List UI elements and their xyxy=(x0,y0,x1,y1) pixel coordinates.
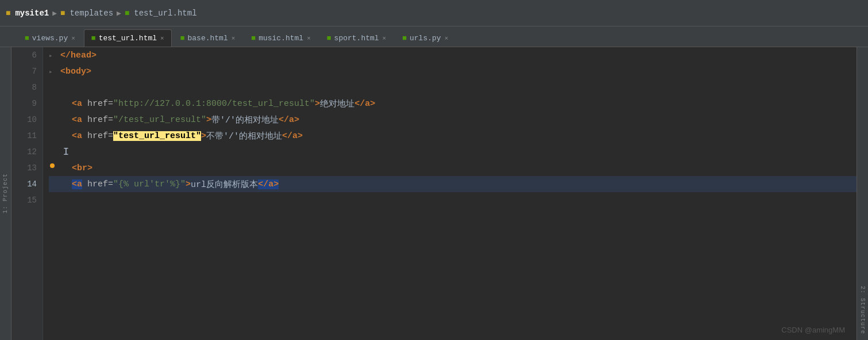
code-line-13: <br> xyxy=(49,160,857,176)
line-num-10: 10 xyxy=(11,112,43,128)
line-num-14: 14 xyxy=(11,176,43,192)
warning-indicator-13 xyxy=(50,163,55,168)
code-9-attr-name: href= xyxy=(87,99,113,109)
editor-area[interactable]: 6 7 8 9 10 11 12 13 14 15 ▸ </head> ▸ xyxy=(11,47,857,340)
urls-py-icon: ■ xyxy=(402,34,407,43)
line-num-9: 9 xyxy=(11,95,43,112)
file-name: test_url.html xyxy=(134,9,196,18)
watermark-text: CSDN @amingMM xyxy=(781,326,845,334)
code-10-space xyxy=(82,115,87,125)
folder-name: templates xyxy=(70,9,113,18)
code-content[interactable]: ▸ </head> ▸ <body> <a href= xyxy=(43,47,857,340)
line-num-7: 7 xyxy=(11,63,43,79)
code-13-br: <br> xyxy=(72,163,92,173)
code-10-attr-name: href= xyxy=(87,115,113,125)
tab-views-py-close[interactable]: × xyxy=(71,35,75,42)
code-11-text: 不带'/'的相对地址 xyxy=(206,131,282,142)
text-cursor-12: I xyxy=(63,146,70,158)
code-14-text: url反向解析版本 xyxy=(191,179,258,190)
cursor-indicator-12: I xyxy=(60,146,72,158)
code-11-attr-value-hl: "test_url_result" xyxy=(113,131,201,141)
tab-base-html-label: base.html xyxy=(188,34,228,43)
code-9-text: 绝对地址 xyxy=(320,98,354,109)
code-line-7: ▸ <body> xyxy=(49,63,857,79)
code-14-attr-value-2: 'tr' xyxy=(149,179,170,189)
tab-music-html-label: music.html xyxy=(259,34,303,43)
code-line-9: <a href= "http://127.0.0.1:8000/test_url… xyxy=(49,95,857,112)
code-line-14: <a href= "{% url 'tr' %}" > url反向解析版本 </… xyxy=(49,176,857,192)
code-10-attr-value: "/test_url_result" xyxy=(113,115,206,125)
code-line-6: ▸ </head> xyxy=(49,47,857,63)
fold-indicator-7: ▸ xyxy=(49,67,60,77)
code-11-close-a: </a> xyxy=(282,131,303,141)
test-url-html-icon: ■ xyxy=(91,34,96,43)
tab-urls-py-label: urls.py xyxy=(410,34,441,43)
code-line-8 xyxy=(49,79,857,95)
tab-sport-html-close[interactable]: × xyxy=(383,35,387,42)
code-closing-head: </head> xyxy=(60,51,97,60)
code-14-close-a-tag: </a> xyxy=(258,179,279,189)
code-9-open-a: <a xyxy=(72,99,82,109)
line-num-12: 12 xyxy=(11,144,43,160)
code-line-12: I xyxy=(49,144,857,160)
code-11-open-a: <a xyxy=(72,131,82,141)
watermark: CSDN @amingMM xyxy=(781,326,845,334)
code-10-text: 带'/'的相对地址 xyxy=(211,114,279,125)
code-line-10: <a href= "/test_url_result" > 带'/'的相对地址 … xyxy=(49,112,857,128)
title-bar: ■ mysite1 ▶ ■ templates ▶ ■ test_url.htm… xyxy=(0,0,868,26)
tab-music-html[interactable]: ■ music.html × xyxy=(244,29,318,47)
tab-bar: ■ views.py × ■ test_url.html × ■ base.ht… xyxy=(0,26,868,47)
code-9-close-a: </a> xyxy=(354,99,375,109)
line-num-6: 6 xyxy=(11,47,43,63)
line-num-11: 11 xyxy=(11,128,43,144)
tab-views-py-label: views.py xyxy=(32,34,68,43)
code-14-attr-value-1: "{% url xyxy=(113,179,149,189)
tab-sport-html[interactable]: ■ sport.html × xyxy=(319,29,394,47)
project-sidebar[interactable]: 1: Project xyxy=(0,47,11,340)
code-9-close-bracket: > xyxy=(315,99,320,109)
project-name: mysite1 xyxy=(15,9,49,18)
tab-base-html-close[interactable]: × xyxy=(232,35,236,42)
code-9-space xyxy=(82,99,87,109)
code-opening-body: <body> xyxy=(60,67,91,77)
code-11-attr-name: href= xyxy=(87,131,113,141)
fold-arrow-7[interactable]: ▸ xyxy=(49,68,53,75)
line-num-13: 13 xyxy=(11,160,43,176)
tab-test-url-html-close[interactable]: × xyxy=(160,35,164,42)
tab-test-url-html[interactable]: ■ test_url.html × xyxy=(84,29,172,47)
code-14-attr-value-3: %}" xyxy=(170,179,186,189)
tab-music-html-close[interactable]: × xyxy=(307,35,311,42)
project-folder-icon: ■ xyxy=(6,9,10,18)
code-10-close-a: </a> xyxy=(279,115,299,125)
sport-html-icon: ■ xyxy=(327,34,331,43)
tab-test-url-html-label: test_url.html xyxy=(99,34,157,43)
tab-views-py[interactable]: ■ views.py × xyxy=(17,29,83,47)
code-9-attr-value: "http://127.0.0.1:8000/test_url_result" xyxy=(113,99,315,109)
structure-sidebar[interactable]: 2: Structure xyxy=(857,47,868,340)
tab-urls-py-close[interactable]: × xyxy=(445,35,449,42)
fold-indicator-6: ▸ xyxy=(49,51,60,60)
editor-wrapper: 1: Project 6 7 8 9 10 11 12 13 14 15 ▸ <… xyxy=(0,47,868,340)
code-14-space xyxy=(82,179,87,189)
breadcrumb: ■ mysite1 ▶ ■ templates ▶ ■ test_url.htm… xyxy=(6,9,197,18)
line-numbers: 6 7 8 9 10 11 12 13 14 15 xyxy=(11,47,43,340)
code-14-attr-name: href= xyxy=(87,179,113,189)
code-10-open-a: <a xyxy=(72,115,82,125)
fold-arrow-6[interactable]: ▸ xyxy=(49,52,53,59)
tab-sport-html-label: sport.html xyxy=(334,34,379,43)
code-14-close-bracket: > xyxy=(186,179,191,189)
code-line-15 xyxy=(49,192,857,208)
structure-sidebar-label: 2: Structure xyxy=(859,286,866,334)
code-line-11: <a href= "test_url_result" > 不带'/'的相对地址 … xyxy=(49,128,857,144)
templates-folder-icon: ■ xyxy=(60,9,65,18)
code-14-close-a-sel: </a> xyxy=(258,179,279,189)
tab-base-html[interactable]: ■ base.html × xyxy=(173,29,243,47)
project-sidebar-label: 1: Project xyxy=(2,173,9,213)
breadcrumb-sep-1: ▶ xyxy=(52,9,57,18)
breadcrumb-sep-2: ▶ xyxy=(117,9,121,18)
file-icon: ■ xyxy=(125,9,129,18)
tab-urls-py[interactable]: ■ urls.py × xyxy=(395,29,456,47)
line-num-8: 8 xyxy=(11,79,43,95)
code-11-space xyxy=(82,131,87,141)
code-14-open-a-sel: <a xyxy=(72,179,82,189)
